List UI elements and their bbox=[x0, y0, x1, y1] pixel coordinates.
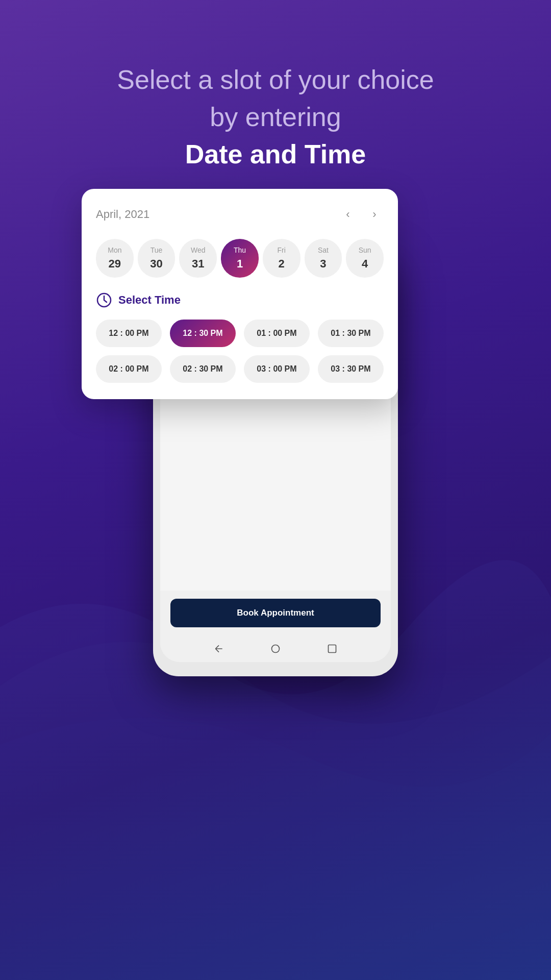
day-cell-sat[interactable]: Sat3 bbox=[305, 239, 342, 278]
svg-point-9 bbox=[271, 645, 279, 653]
day-cell-wed[interactable]: Wed31 bbox=[179, 239, 217, 278]
time-slot-2[interactable]: 01 : 00 PM bbox=[244, 320, 310, 347]
time-slot-0[interactable]: 12 : 00 PM bbox=[96, 320, 162, 347]
back-button[interactable] bbox=[213, 643, 225, 655]
day-cell-fri[interactable]: Fri2 bbox=[263, 239, 300, 278]
day-cell-sun[interactable]: Sun4 bbox=[346, 239, 384, 278]
header-line1: Select a slot of your choice bbox=[117, 65, 434, 94]
time-slot-4[interactable]: 02 : 00 PM bbox=[96, 355, 162, 383]
spacer bbox=[160, 376, 391, 591]
recent-apps-button[interactable] bbox=[326, 643, 338, 655]
select-time-header: Select Time bbox=[96, 292, 384, 308]
time-slot-5[interactable]: 02 : 30 PM bbox=[170, 355, 236, 383]
select-time-label: Select Time bbox=[118, 293, 181, 307]
header-line3: Date and Time bbox=[41, 136, 510, 173]
phone-bottom: Book Appointment bbox=[160, 591, 391, 635]
time-slot-7[interactable]: 03 : 30 PM bbox=[318, 355, 384, 383]
calendar-month: April, 2021 bbox=[96, 208, 149, 221]
day-cell-mon[interactable]: Mon29 bbox=[96, 239, 134, 278]
calendar-popup: April, 2021 ‹ › Mon29Tue30Wed31Thu1Fri2S… bbox=[82, 189, 398, 399]
day-cell-tue[interactable]: Tue30 bbox=[138, 239, 176, 278]
next-month-button[interactable]: › bbox=[365, 205, 384, 224]
time-slot-1[interactable]: 12 : 30 PM bbox=[170, 320, 236, 347]
clock-icon bbox=[96, 292, 112, 308]
calendar-header: April, 2021 ‹ › bbox=[96, 205, 384, 224]
prev-month-button[interactable]: ‹ bbox=[339, 205, 357, 224]
home-button[interactable] bbox=[269, 643, 282, 655]
home-bar bbox=[160, 635, 391, 662]
time-slot-3[interactable]: 01 : 30 PM bbox=[318, 320, 384, 347]
book-appointment-button[interactable]: Book Appointment bbox=[170, 599, 381, 627]
time-slot-6[interactable]: 03 : 00 PM bbox=[244, 355, 310, 383]
time-slots: 12 : 00 PM12 : 30 PM01 : 00 PM01 : 30 PM… bbox=[96, 320, 384, 383]
calendar-nav: ‹ › bbox=[339, 205, 384, 224]
header-section: Select a slot of your choice by entering… bbox=[0, 0, 551, 203]
days-row: Mon29Tue30Wed31Thu1Fri2Sat3Sun4 bbox=[96, 239, 384, 278]
svg-rect-10 bbox=[328, 645, 336, 653]
header-line2: by entering bbox=[210, 102, 341, 132]
day-cell-thu[interactable]: Thu1 bbox=[221, 239, 259, 278]
